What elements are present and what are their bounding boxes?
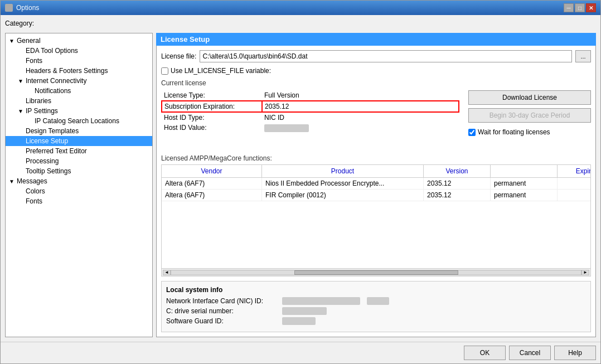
main-split: ▼ General EDA Tool Options Fonts Headers… xyxy=(5,33,596,337)
close-button[interactable]: ✕ xyxy=(586,3,596,12)
license-info-table: License Type: Full Version Subscription … xyxy=(161,90,459,133)
grid-cell-expiration-2 xyxy=(558,190,591,201)
nic-row: Network Interface Card (NIC) ID: xyxy=(166,297,586,305)
host-id-type-label: Host ID Type: xyxy=(162,112,262,123)
license-type-label: License Type: xyxy=(162,90,262,101)
nic-value-blurred xyxy=(282,297,360,305)
licensed-ampp-section: Licensed AMPP/MegaCore functions: Vendor… xyxy=(161,154,591,276)
host-id-value-label: Host ID Value: xyxy=(162,123,262,133)
cancel-button[interactable]: Cancel xyxy=(509,346,551,360)
grid-cell-product-1: Nios II Embedded Processor Encrypte... xyxy=(262,178,424,189)
sidebar-item-eda-tool-options[interactable]: EDA Tool Options xyxy=(6,46,152,56)
panel-body: License file: ... Use LM_LICENSE_FILE va… xyxy=(156,46,596,337)
drive-label: C: drive serial number: xyxy=(166,307,278,315)
sidebar-item-label: Messages xyxy=(17,177,47,185)
sidebar-item-fonts2[interactable]: Fonts xyxy=(6,196,152,206)
category-label: Category: xyxy=(5,20,596,27)
sidebar-item-messages[interactable]: ▼ Messages xyxy=(6,176,152,186)
browse-button[interactable]: ... xyxy=(575,50,591,62)
sidebar-item-design-templates[interactable]: Design Templates xyxy=(6,126,152,136)
col-expiration: Expiration xyxy=(558,165,591,177)
sidebar-item-preferred-text-editor[interactable]: Preferred Text Editor xyxy=(6,146,152,156)
expand-icon-messages: ▼ xyxy=(9,178,16,185)
sidebar-item-libraries[interactable]: Libraries xyxy=(6,96,152,106)
scrollbar-right-arrow[interactable]: ► xyxy=(581,270,589,275)
minimize-button[interactable]: ─ xyxy=(564,3,574,12)
use-lm-label: Use LM_LICENSE_FILE variable: xyxy=(171,67,271,75)
sidebar-item-label: IP Catalog Search Locations xyxy=(35,117,119,125)
wait-floating-checkbox[interactable] xyxy=(468,129,476,136)
download-license-button[interactable]: Download License xyxy=(468,90,591,105)
ampp-grid: Vendor Product Version Expiration Altera… xyxy=(161,164,591,276)
title-bar-controls: ─ □ ✕ xyxy=(564,3,596,12)
sidebar-item-headers-footers[interactable]: Headers & Footers Settings xyxy=(6,66,152,76)
sidebar-item-notifications[interactable]: Notifications xyxy=(6,86,152,96)
scrollbar-track[interactable] xyxy=(171,270,581,275)
host-id-value-row: Host ID Value: xyxy=(162,123,459,133)
sidebar: ▼ General EDA Tool Options Fonts Headers… xyxy=(5,33,153,337)
sidebar-item-label: Design Templates xyxy=(26,127,79,135)
guard-value-blurred xyxy=(282,317,316,325)
two-column-section: Current license License Type: Full Versi… xyxy=(161,79,591,150)
grid-cell-expiration-1 xyxy=(558,178,591,189)
grid-header: Vendor Product Version Expiration xyxy=(162,165,590,178)
sidebar-item-general[interactable]: ▼ General xyxy=(6,36,152,46)
license-file-row: License file: ... xyxy=(161,50,591,62)
use-lm-checkbox-row: Use LM_LICENSE_FILE variable: xyxy=(161,67,591,75)
expand-icon-internet: ▼ xyxy=(18,78,25,84)
sidebar-item-internet-connectivity[interactable]: ▼ Internet Connectivity xyxy=(6,76,152,86)
col-version: Version xyxy=(424,165,491,177)
sidebar-item-label: IP Settings xyxy=(26,107,58,115)
sidebar-item-label: Notifications xyxy=(35,87,71,95)
sidebar-item-colors[interactable]: Colors xyxy=(6,186,152,196)
col-vendor: Vendor xyxy=(162,165,262,177)
license-file-input[interactable] xyxy=(200,50,572,62)
col-product: Product xyxy=(262,165,424,177)
sidebar-item-fonts[interactable]: Fonts xyxy=(6,56,152,66)
current-license-section: Current license License Type: Full Versi… xyxy=(161,79,459,150)
grid-cell-version-2: 2035.12 xyxy=(424,190,491,201)
sidebar-item-label: License Setup xyxy=(26,137,68,145)
license-type-value: Full Version xyxy=(262,90,459,101)
expand-icon-general: ▼ xyxy=(9,38,16,44)
scrollbar-left-arrow[interactable]: ◄ xyxy=(163,270,171,275)
wait-floating-row: Wait for floating licenses xyxy=(468,128,591,136)
ok-button[interactable]: OK xyxy=(464,346,506,360)
grid-scrollbar[interactable]: ◄ ► xyxy=(162,268,590,276)
sidebar-item-license-setup[interactable]: License Setup xyxy=(6,136,152,146)
bottom-bar: OK Cancel Help xyxy=(1,342,600,363)
title-bar: Options ─ □ ✕ xyxy=(1,1,600,15)
grid-row-1: Altera (6AF7) Nios II Embedded Processor… xyxy=(162,178,590,190)
grace-period-button[interactable]: Begin 30-day Grace Period xyxy=(468,108,591,123)
grid-row-2: Altera (6AF7) FIR Compiler (0012) 2035.1… xyxy=(162,190,590,201)
maximize-button[interactable]: □ xyxy=(575,3,585,12)
sidebar-item-label: Tooltip Settings xyxy=(26,167,71,175)
scrollbar-thumb[interactable] xyxy=(294,270,458,275)
guard-row: Software Guard ID: xyxy=(166,317,586,325)
help-button[interactable]: Help xyxy=(554,346,596,360)
sidebar-item-ip-settings[interactable]: ▼ IP Settings xyxy=(6,106,152,116)
panel-header: License Setup xyxy=(156,33,596,46)
grid-cell-vendor-1: Altera (6AF7) xyxy=(162,178,262,189)
sidebar-item-processing[interactable]: Processing xyxy=(6,156,152,166)
grid-cell-version-1: 2035.12 xyxy=(424,178,491,189)
license-type-row: License Type: Full Version xyxy=(162,90,459,101)
sidebar-item-label: Colors xyxy=(26,187,45,195)
sidebar-item-label: Internet Connectivity xyxy=(26,77,86,85)
app-icon xyxy=(5,4,13,12)
drive-row: C: drive serial number: xyxy=(166,307,586,315)
sidebar-item-tooltip-settings[interactable]: Tooltip Settings xyxy=(6,166,152,176)
grid-cell-vendor-2: Altera (6AF7) xyxy=(162,190,262,201)
content-area: Category: ▼ General EDA Tool Options Fon… xyxy=(1,15,600,342)
sidebar-item-label: Fonts xyxy=(26,197,42,205)
licensed-ampp-label: Licensed AMPP/MegaCore functions: xyxy=(161,154,591,162)
sidebar-item-ip-catalog[interactable]: IP Catalog Search Locations xyxy=(6,116,152,126)
local-system-info-section: Local system info Network Interface Card… xyxy=(161,281,591,332)
col-expiration-type xyxy=(491,165,558,177)
host-id-type-row: Host ID Type: NIC ID xyxy=(162,112,459,123)
host-id-type-value: NIC ID xyxy=(262,112,459,123)
expand-icon-ip: ▼ xyxy=(18,108,25,114)
use-lm-checkbox[interactable] xyxy=(161,67,168,75)
drive-value-blurred xyxy=(282,307,327,315)
grid-cell-type-1: permanent xyxy=(491,178,558,189)
